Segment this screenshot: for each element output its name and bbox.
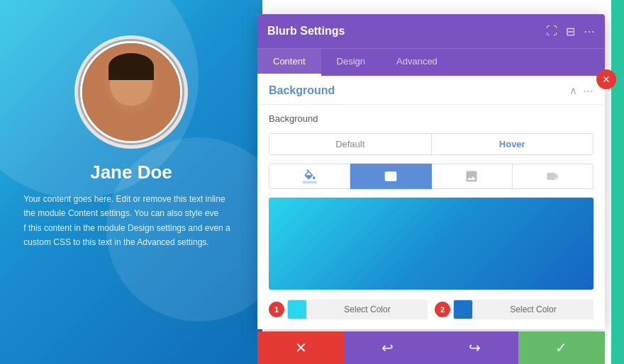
- person-name: Jane Doe: [90, 161, 172, 183]
- color-swatch-1[interactable]: [287, 300, 307, 319]
- save-button[interactable]: ✓: [518, 331, 606, 364]
- color-picker-2: 2 Select Color: [435, 300, 594, 319]
- layout-icon[interactable]: ⊟: [566, 25, 575, 38]
- settings-panel: Blurb Settings ⛶ ⊟ ⋯ Content Design Adva…: [257, 14, 605, 329]
- undo-button[interactable]: ↩: [345, 331, 432, 364]
- preview-pane: Jane Doe Your content goes here. Edit or…: [0, 0, 262, 364]
- panel-header: Blurb Settings ⛶ ⊟ ⋯: [257, 14, 605, 48]
- type-image-button[interactable]: [432, 164, 513, 189]
- redo-button[interactable]: ↪: [431, 331, 518, 364]
- person-description: Your content goes here. Edit or remove t…: [23, 183, 239, 250]
- cancel-button[interactable]: ✕: [257, 331, 345, 364]
- color-pickers-row: 1 Select Color 2 Select Color: [257, 297, 605, 329]
- avatar-ring: [74, 35, 188, 149]
- type-video-button[interactable]: [513, 164, 594, 189]
- avatar-wrapper: [74, 35, 188, 149]
- section-header: Background ∧ ⋯: [257, 76, 605, 105]
- panel-title: Blurb Settings: [267, 25, 345, 38]
- state-hover-button[interactable]: Hover: [432, 134, 594, 154]
- color-swatch-2[interactable]: [453, 300, 473, 319]
- tab-content[interactable]: Content: [257, 49, 321, 76]
- tab-design[interactable]: Design: [321, 49, 381, 76]
- type-color-button[interactable]: [269, 164, 350, 189]
- avatar-photo: [82, 43, 180, 141]
- fullscreen-icon[interactable]: ⛶: [546, 25, 557, 38]
- color-picker-1: 1 Select Color: [269, 300, 428, 319]
- avatar-inner: [80, 41, 182, 143]
- picker-1-number: 1: [269, 302, 284, 317]
- collapse-icon[interactable]: ∧: [569, 84, 577, 97]
- select-color-1-button[interactable]: Select Color: [307, 300, 428, 319]
- select-color-2-button[interactable]: Select Color: [473, 300, 594, 319]
- state-toggle: Default Hover: [269, 133, 594, 155]
- panel-tabs: Content Design Advanced: [257, 48, 605, 76]
- type-gradient-button[interactable]: [350, 164, 431, 189]
- action-bar: ✕ ↩ ↪ ✓: [257, 331, 605, 364]
- header-icons: ⛶ ⊟ ⋯: [546, 25, 595, 38]
- panel-close-button[interactable]: ✕: [596, 69, 616, 89]
- tab-advanced[interactable]: Advanced: [381, 49, 453, 76]
- state-default-button[interactable]: Default: [269, 134, 431, 154]
- panel-body: Background ∧ ⋯ Background Default Hover: [257, 76, 605, 329]
- color-preview-box: [269, 198, 594, 290]
- right-bar: [611, 0, 624, 364]
- background-label: Background: [269, 113, 318, 124]
- section-more-icon[interactable]: ⋯: [583, 84, 594, 97]
- type-icons-row: [257, 161, 605, 195]
- picker-2-number: 2: [435, 302, 450, 317]
- background-label-row: Background: [257, 105, 605, 129]
- section-actions: ∧ ⋯: [569, 84, 594, 97]
- more-icon[interactable]: ⋯: [584, 25, 595, 38]
- section-title: Background: [269, 84, 335, 97]
